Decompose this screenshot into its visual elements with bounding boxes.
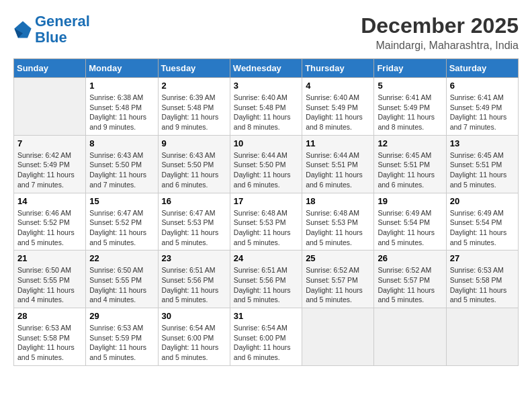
- calendar-cell: 2Sunrise: 6:39 AMSunset: 5:48 PMDaylight…: [158, 78, 230, 136]
- logo-text: General Blue: [35, 13, 90, 46]
- calendar-cell: 22Sunrise: 6:50 AMSunset: 5:55 PMDayligh…: [86, 250, 158, 308]
- calendar-week-row: 28Sunrise: 6:53 AMSunset: 5:58 PMDayligh…: [14, 308, 519, 366]
- calendar-cell: 26Sunrise: 6:52 AMSunset: 5:57 PMDayligh…: [374, 250, 446, 308]
- page-header: General Blue December 2025 Maindargi, Ma…: [13, 13, 519, 52]
- day-info: Sunrise: 6:47 AMSunset: 5:52 PMDaylight:…: [89, 208, 154, 248]
- calendar-cell: 24Sunrise: 6:51 AMSunset: 5:56 PMDayligh…: [230, 250, 302, 308]
- day-info: Sunrise: 6:51 AMSunset: 5:56 PMDaylight:…: [162, 265, 226, 305]
- day-number: 9: [162, 138, 226, 148]
- day-info: Sunrise: 6:40 AMSunset: 5:48 PMDaylight:…: [234, 93, 298, 132]
- day-number: 6: [450, 81, 515, 91]
- calendar-cell: 6Sunrise: 6:41 AMSunset: 5:49 PMDaylight…: [446, 78, 518, 136]
- day-header-friday: Friday: [374, 59, 446, 78]
- day-number: 3: [234, 81, 298, 91]
- day-number: 15: [89, 196, 154, 206]
- day-info: Sunrise: 6:54 AMSunset: 6:00 PMDaylight:…: [234, 323, 298, 363]
- calendar-week-row: 1Sunrise: 6:38 AMSunset: 5:48 PMDaylight…: [14, 78, 519, 136]
- day-number: 11: [306, 138, 370, 148]
- day-info: Sunrise: 6:49 AMSunset: 5:54 PMDaylight:…: [378, 208, 442, 248]
- day-number: 21: [17, 253, 82, 263]
- day-number: 29: [89, 311, 154, 321]
- day-number: 23: [162, 253, 226, 263]
- title-area: December 2025 Maindargi, Maharashtra, In…: [361, 13, 519, 52]
- day-info: Sunrise: 6:45 AMSunset: 5:51 PMDaylight:…: [378, 150, 442, 190]
- day-info: Sunrise: 6:43 AMSunset: 5:50 PMDaylight:…: [162, 150, 226, 190]
- day-number: 12: [378, 138, 442, 148]
- calendar-cell: [446, 308, 518, 366]
- day-number: 18: [306, 196, 370, 206]
- day-info: Sunrise: 6:41 AMSunset: 5:49 PMDaylight:…: [450, 93, 515, 132]
- calendar-cell: 4Sunrise: 6:40 AMSunset: 5:49 PMDaylight…: [302, 78, 374, 136]
- calendar-cell: 23Sunrise: 6:51 AMSunset: 5:56 PMDayligh…: [158, 250, 230, 308]
- calendar-cell: [374, 308, 446, 366]
- day-info: Sunrise: 6:41 AMSunset: 5:49 PMDaylight:…: [378, 93, 442, 132]
- calendar-cell: 17Sunrise: 6:48 AMSunset: 5:53 PMDayligh…: [230, 193, 302, 250]
- day-info: Sunrise: 6:40 AMSunset: 5:49 PMDaylight:…: [306, 93, 370, 132]
- calendar-cell: 29Sunrise: 6:53 AMSunset: 5:59 PMDayligh…: [86, 308, 158, 366]
- location-title: Maindargi, Maharashtra, India: [361, 40, 519, 52]
- day-header-monday: Monday: [86, 59, 158, 78]
- day-info: Sunrise: 6:46 AMSunset: 5:52 PMDaylight:…: [17, 208, 82, 248]
- day-info: Sunrise: 6:45 AMSunset: 5:51 PMDaylight:…: [450, 150, 515, 190]
- calendar-cell: 31Sunrise: 6:54 AMSunset: 6:00 PMDayligh…: [230, 308, 302, 366]
- day-info: Sunrise: 6:52 AMSunset: 5:57 PMDaylight:…: [378, 265, 442, 305]
- calendar-cell: 25Sunrise: 6:52 AMSunset: 5:57 PMDayligh…: [302, 250, 374, 308]
- calendar-week-row: 21Sunrise: 6:50 AMSunset: 5:55 PMDayligh…: [14, 250, 519, 308]
- calendar-cell: 5Sunrise: 6:41 AMSunset: 5:49 PMDaylight…: [374, 78, 446, 136]
- day-number: 24: [234, 253, 298, 263]
- day-info: Sunrise: 6:52 AMSunset: 5:57 PMDaylight:…: [306, 265, 370, 305]
- calendar-cell: 16Sunrise: 6:47 AMSunset: 5:53 PMDayligh…: [158, 193, 230, 250]
- day-number: 1: [89, 81, 154, 91]
- day-info: Sunrise: 6:39 AMSunset: 5:48 PMDaylight:…: [162, 93, 226, 132]
- day-number: 25: [306, 253, 370, 263]
- calendar-cell: 28Sunrise: 6:53 AMSunset: 5:58 PMDayligh…: [14, 308, 86, 366]
- day-info: Sunrise: 6:49 AMSunset: 5:54 PMDaylight:…: [450, 208, 515, 248]
- day-header-thursday: Thursday: [302, 59, 374, 78]
- day-number: 26: [378, 253, 442, 263]
- day-number: 10: [234, 138, 298, 148]
- day-number: 8: [89, 138, 154, 148]
- calendar-cell: 21Sunrise: 6:50 AMSunset: 5:55 PMDayligh…: [14, 250, 86, 308]
- calendar-cell: 12Sunrise: 6:45 AMSunset: 5:51 PMDayligh…: [374, 135, 446, 193]
- day-info: Sunrise: 6:42 AMSunset: 5:49 PMDaylight:…: [17, 150, 82, 190]
- calendar-week-row: 14Sunrise: 6:46 AMSunset: 5:52 PMDayligh…: [14, 193, 519, 250]
- day-number: 22: [89, 253, 154, 263]
- calendar-cell: 14Sunrise: 6:46 AMSunset: 5:52 PMDayligh…: [14, 193, 86, 250]
- day-number: 17: [234, 196, 298, 206]
- day-info: Sunrise: 6:53 AMSunset: 5:58 PMDaylight:…: [450, 265, 515, 305]
- calendar-cell: 27Sunrise: 6:53 AMSunset: 5:58 PMDayligh…: [446, 250, 518, 308]
- day-number: 28: [17, 311, 82, 321]
- calendar-cell: 3Sunrise: 6:40 AMSunset: 5:48 PMDaylight…: [230, 78, 302, 136]
- day-number: 7: [17, 138, 82, 148]
- day-number: 13: [450, 138, 515, 148]
- calendar-cell: 15Sunrise: 6:47 AMSunset: 5:52 PMDayligh…: [86, 193, 158, 250]
- day-number: 4: [306, 81, 370, 91]
- calendar-table: SundayMondayTuesdayWednesdayThursdayFrid…: [13, 58, 519, 366]
- day-info: Sunrise: 6:54 AMSunset: 6:00 PMDaylight:…: [162, 323, 226, 363]
- calendar-cell: 7Sunrise: 6:42 AMSunset: 5:49 PMDaylight…: [14, 135, 86, 193]
- day-number: 5: [378, 81, 442, 91]
- day-info: Sunrise: 6:53 AMSunset: 5:59 PMDaylight:…: [89, 323, 154, 363]
- day-info: Sunrise: 6:50 AMSunset: 5:55 PMDaylight:…: [89, 265, 154, 305]
- day-number: 20: [450, 196, 515, 206]
- day-info: Sunrise: 6:53 AMSunset: 5:58 PMDaylight:…: [17, 323, 82, 363]
- calendar-header-row: SundayMondayTuesdayWednesdayThursdayFrid…: [14, 59, 519, 78]
- day-number: 14: [17, 196, 82, 206]
- calendar-cell: 13Sunrise: 6:45 AMSunset: 5:51 PMDayligh…: [446, 135, 518, 193]
- calendar-cell: 20Sunrise: 6:49 AMSunset: 5:54 PMDayligh…: [446, 193, 518, 250]
- calendar-cell: 8Sunrise: 6:43 AMSunset: 5:50 PMDaylight…: [86, 135, 158, 193]
- day-info: Sunrise: 6:48 AMSunset: 5:53 PMDaylight:…: [306, 208, 370, 248]
- day-number: 19: [378, 196, 442, 206]
- calendar-cell: 18Sunrise: 6:48 AMSunset: 5:53 PMDayligh…: [302, 193, 374, 250]
- calendar-cell: 19Sunrise: 6:49 AMSunset: 5:54 PMDayligh…: [374, 193, 446, 250]
- day-header-saturday: Saturday: [446, 59, 518, 78]
- day-info: Sunrise: 6:44 AMSunset: 5:51 PMDaylight:…: [306, 150, 370, 190]
- calendar-cell: 10Sunrise: 6:44 AMSunset: 5:50 PMDayligh…: [230, 135, 302, 193]
- day-info: Sunrise: 6:50 AMSunset: 5:55 PMDaylight:…: [17, 265, 82, 305]
- calendar-cell: 1Sunrise: 6:38 AMSunset: 5:48 PMDaylight…: [86, 78, 158, 136]
- logo: General Blue: [13, 13, 90, 46]
- logo-icon: [13, 20, 32, 39]
- day-info: Sunrise: 6:47 AMSunset: 5:53 PMDaylight:…: [162, 208, 226, 248]
- calendar-cell: 11Sunrise: 6:44 AMSunset: 5:51 PMDayligh…: [302, 135, 374, 193]
- day-number: 30: [162, 311, 226, 321]
